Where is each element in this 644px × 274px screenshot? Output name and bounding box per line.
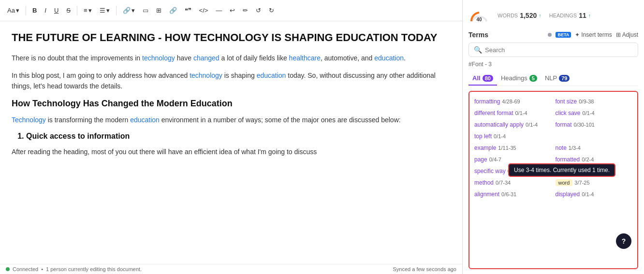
terms-actions: BETA ✦ Insert terms ⊞ Adjust <box>548 31 638 38</box>
tab-headings[interactable]: Headings 5 <box>497 72 541 86</box>
term-tooltip-placeholder: Use 3-4 times. Currently used 1 time. <box>556 131 633 141</box>
paragraph-1: There is no doubt that the improvements … <box>12 53 451 63</box>
font-selector[interactable]: Aa ▾ <box>5 5 22 15</box>
divider-2 <box>77 6 77 15</box>
term-formatting[interactable]: formatting 4/28-69 <box>474 97 552 106</box>
tabs: All 80 Headings 5 NLP 79 <box>468 72 638 86</box>
words-arrow: ↑ <box>539 13 542 18</box>
gauge-value: 40 <box>476 17 482 22</box>
term-page[interactable]: page 0/4-7 <box>474 155 552 164</box>
paragraph-2: In this blog post, I am going to only ad… <box>12 70 451 92</box>
terms-label: Terms <box>468 31 488 39</box>
toolbar: Aa ▾ B I U S ≡▾ ☰▾ 🔗▾ ▭ ⊞ 🔗 ❝❞ </ <box>0 0 462 21</box>
stats-header: 40 WORDS 1,520 ↑ HEADINGS 11 ↑ <box>468 5 638 26</box>
term-alignment[interactable]: alignment 0/6-31 <box>474 189 552 199</box>
list-button[interactable]: ☰▾ <box>97 5 112 15</box>
italic-button[interactable]: I <box>42 5 49 15</box>
underline-button[interactable]: U <box>52 5 61 15</box>
term-font-size[interactable]: font size 0/9-38 <box>556 97 633 106</box>
image-button[interactable]: ⊞ <box>154 5 164 15</box>
tab-nlp[interactable]: NLP 79 <box>541 72 574 86</box>
term-auto-apply[interactable]: automatically apply 0/1-4 <box>474 120 552 130</box>
link-button[interactable]: 🔗▾ <box>120 5 137 15</box>
terms-grid: formatting 4/28-69 font size 0/9-38 diff… <box>474 97 632 199</box>
paragraph-3: Technology is transforming the modern ed… <box>12 115 451 125</box>
help-button[interactable]: ? <box>616 233 631 249</box>
tooltip: Use 3-4 times. Currently used 1 time. <box>508 163 615 177</box>
editor-footer: Connected • 1 person currently editing t… <box>0 264 462 274</box>
gauge-chart: 40 <box>468 5 490 26</box>
sync-status: Synced a few seconds ago <box>393 266 456 272</box>
term-displayed[interactable]: displayed 0/1-4 <box>556 189 633 199</box>
editor-content[interactable]: THE FUTURE OF LEARNING - HOW TECHNOLOGY … <box>0 21 462 264</box>
search-box[interactable]: 🔍 <box>468 43 638 57</box>
divider-3 <box>116 6 117 15</box>
editor-area: Aa ▾ B I U S ≡▾ ☰▾ 🔗▾ ▭ ⊞ 🔗 ❝❞ </ <box>0 0 463 274</box>
document-title: THE FUTURE OF LEARNING - HOW TECHNOLOGY … <box>12 31 451 45</box>
hyperlink-button[interactable]: 🔗 <box>167 5 179 15</box>
quote-button[interactable]: ❝❞ <box>182 5 194 15</box>
align-button[interactable]: ≡▾ <box>81 5 94 15</box>
heading-2: How Technology Has Changed the Modern Ed… <box>12 99 451 109</box>
divider-1 <box>26 6 26 15</box>
word-badge: word <box>556 179 573 186</box>
term-top-left[interactable]: top left 0/1-4 <box>474 131 552 141</box>
terms-container: formatting 4/28-69 font size 0/9-38 diff… <box>468 91 638 269</box>
headings-arrow: ↑ <box>588 13 591 18</box>
headings-label: HEADINGS <box>549 13 577 18</box>
term-word[interactable]: word 3/7-25 <box>556 178 633 187</box>
search-icon: 🔍 <box>474 46 482 54</box>
list-item-1: Quick access to information <box>26 132 451 141</box>
term-example[interactable]: example 1/11-35 <box>474 143 552 153</box>
tab-all[interactable]: All 80 <box>468 72 497 86</box>
adjust-button[interactable]: ⊞ Adjust <box>616 31 638 38</box>
headings-stat: HEADINGS 11 ↑ <box>549 12 591 19</box>
bold-button[interactable]: B <box>30 5 39 15</box>
words-value: 1,520 <box>520 12 537 19</box>
gauge-container: 40 <box>468 5 490 26</box>
redo-button[interactable]: ↻ <box>266 5 277 15</box>
status-dot <box>548 33 552 37</box>
strikethrough-button[interactable]: S <box>64 5 73 15</box>
connected-label: Connected <box>13 266 38 272</box>
term-note[interactable]: note 1/3-4 <box>556 143 633 153</box>
undo-button[interactable]: ↺ <box>253 5 263 15</box>
search-input[interactable] <box>485 46 633 54</box>
editing-label: 1 person currently editing this document… <box>46 266 142 272</box>
ordered-list: Quick access to information <box>12 132 451 141</box>
term-formatted[interactable]: formatted 0/2-4 <box>556 155 633 164</box>
terms-header: Terms BETA ✦ Insert terms ⊞ Adjust <box>468 31 638 39</box>
term-different-format[interactable]: different format 0/1-4 <box>474 108 552 118</box>
words-stat: WORDS 1,520 ↑ <box>498 12 542 19</box>
connected-dot <box>6 267 10 271</box>
term-click-save[interactable]: click save 0/1-4 <box>556 108 633 118</box>
loop-button[interactable]: ↩ <box>227 5 237 15</box>
paragraph-4: After reading the heading, most of you o… <box>12 146 451 157</box>
font-count: #Font - 3 <box>468 61 638 68</box>
words-label: WORDS <box>498 13 518 18</box>
code-button[interactable]: </> <box>197 5 211 15</box>
divider-insert-button[interactable]: — <box>213 5 224 15</box>
insert-terms-button[interactable]: ✦ Insert terms <box>575 31 612 38</box>
eraser-button[interactable]: ✏ <box>240 5 250 15</box>
headings-value: 11 <box>579 12 586 19</box>
stats-group: 40 WORDS 1,520 ↑ HEADINGS 11 ↑ <box>468 5 591 26</box>
term-format[interactable]: format 0/30-101 <box>556 120 633 130</box>
sidebar: 40 WORDS 1,520 ↑ HEADINGS 11 ↑ Terms BET… <box>463 0 644 274</box>
term-method[interactable]: method 0/7-34 <box>474 178 552 187</box>
beta-badge: BETA <box>556 32 571 38</box>
insert-button[interactable]: ▭ <box>140 5 151 15</box>
connection-status: Connected • 1 person currently editing t… <box>6 266 142 272</box>
